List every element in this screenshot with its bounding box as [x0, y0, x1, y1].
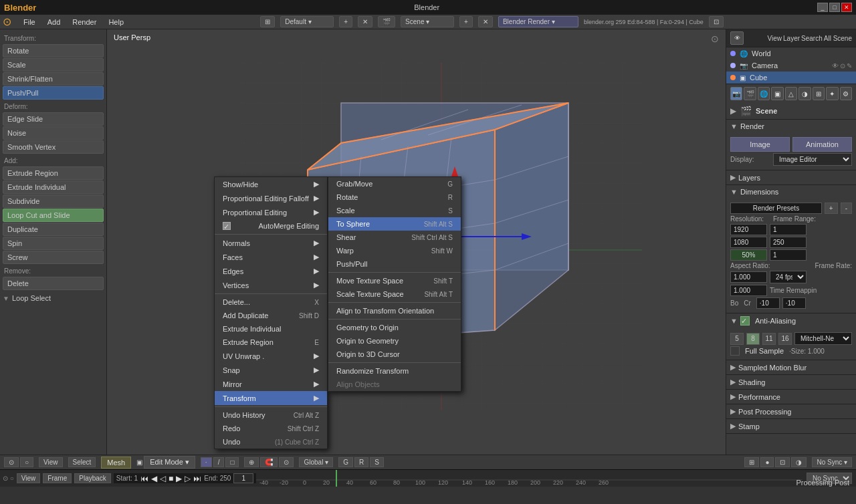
shading-header[interactable]: ▶ Shading: [726, 375, 856, 389]
edit-mode-selector[interactable]: Edit Mode ▾: [144, 456, 195, 469]
particle-prop-icon[interactable]: ✦: [826, 87, 838, 100]
vertex-select-btn[interactable]: ·: [201, 457, 212, 467]
percent-slider[interactable]: 50%: [730, 249, 767, 261]
ctx-redo[interactable]: Redo Shift Ctrl Z: [215, 422, 327, 435]
viewport-corner-icon[interactable]: ⊙: [711, 33, 719, 44]
frame-end-input[interactable]: [770, 237, 807, 248]
tool-spin[interactable]: Spin: [3, 237, 104, 250]
scale-btn[interactable]: S: [370, 457, 384, 467]
outliner-search-btn[interactable]: Search: [801, 35, 823, 42]
tsub-move-texture[interactable]: Move Texture Space Shift T: [328, 274, 461, 287]
tsub-origin-to-cursor[interactable]: Origin to 3D Cursor: [328, 348, 461, 361]
timeline-view-btn[interactable]: View: [17, 473, 41, 483]
full-sample-checkbox[interactable]: [730, 346, 740, 356]
ctx-show-hide[interactable]: Show/Hide ▶: [215, 177, 327, 191]
texture-btn[interactable]: ⊡: [775, 457, 790, 467]
tsub-to-sphere[interactable]: To Sphere Shift Alt S: [328, 217, 461, 231]
outliner-allscene-btn[interactable]: All Scene: [824, 35, 852, 42]
ctx-vertices[interactable]: Vertices ▶: [215, 278, 327, 292]
tsub-scale-texture[interactable]: Scale Texture Space Shift Alt T: [328, 287, 461, 301]
tsub-warp[interactable]: Warp Shift W: [328, 244, 461, 257]
tool-push-pull[interactable]: Push/Pull: [3, 86, 104, 100]
aa-8-btn[interactable]: 8: [746, 333, 760, 345]
sync-mode-selector[interactable]: No Sync: [807, 473, 852, 484]
tool-scale[interactable]: Scale: [3, 58, 104, 72]
outliner-view-btn[interactable]: View: [768, 35, 782, 42]
tsub-rotate[interactable]: Rotate R: [328, 191, 461, 204]
new-value-input[interactable]: [782, 297, 806, 309]
menu-help[interactable]: Help: [103, 17, 129, 27]
tsub-scale[interactable]: Scale S: [328, 204, 461, 217]
tool-smooth-vertex[interactable]: Smooth Vertex: [3, 140, 104, 154]
ctx-extrude-region[interactable]: Extrude Region E: [215, 336, 327, 349]
play-fwd-btn[interactable]: ▶: [176, 474, 182, 483]
aspect-y-input[interactable]: [730, 285, 767, 296]
outliner-layer-btn[interactable]: Layer: [783, 35, 800, 42]
wireframe-btn[interactable]: ⊞: [744, 457, 759, 467]
ctx-mirror[interactable]: Mirror ▶: [215, 377, 327, 391]
scene-selector[interactable]: Scene ▾: [401, 16, 454, 27]
tool-subdivide[interactable]: Subdivide: [3, 195, 104, 208]
tool-loop-cut-slide[interactable]: Loop Cut and Slide: [3, 209, 104, 222]
outliner-cube-item[interactable]: ▣ Cube: [726, 72, 856, 84]
mesh-menu-btn[interactable]: Mesh: [101, 457, 131, 469]
ctx-add-duplicate[interactable]: Add Duplicate Shift D: [215, 309, 327, 322]
dimensions-section-header[interactable]: ▼ Dimensions: [726, 185, 856, 199]
stamp-header[interactable]: ▶ Stamp: [726, 419, 856, 433]
ctx-extrude-individual[interactable]: Extrude Individual: [215, 322, 327, 336]
maximize-button[interactable]: □: [829, 3, 840, 12]
play-back-btn[interactable]: ◁: [160, 474, 166, 483]
tool-rotate[interactable]: Rotate: [3, 44, 104, 57]
motion-blur-header[interactable]: ▶ Sampled Motion Blur: [726, 360, 856, 374]
scene-add-btn[interactable]: +: [459, 16, 473, 27]
aa-5-btn[interactable]: 5: [730, 333, 744, 345]
ctx-normals[interactable]: Normals ▶: [215, 236, 327, 250]
old-value-input[interactable]: [756, 297, 780, 309]
ctx-undo[interactable]: Undo (1) Cube Ctrl Z: [215, 435, 327, 449]
viewport[interactable]: User Persp ⊙: [107, 29, 726, 455]
ctx-transform[interactable]: Transform ▶: [215, 391, 327, 405]
material-prop-icon[interactable]: ◑: [798, 87, 811, 100]
resolution-y-input[interactable]: [730, 237, 767, 248]
resolution-x-input[interactable]: [730, 224, 767, 235]
rendered-btn[interactable]: ◑: [791, 457, 807, 467]
tsub-origin-to-geometry[interactable]: Origin to Geometry: [328, 334, 461, 348]
pivot-btn[interactable]: ⊕: [244, 457, 259, 467]
menu-file[interactable]: File: [18, 17, 41, 27]
object-prop-icon[interactable]: ▣: [771, 87, 783, 100]
aa-section-header[interactable]: ▼ ✓ Anti-Aliasing: [726, 313, 856, 328]
tool-extrude-individual[interactable]: Extrude Individual: [3, 180, 104, 194]
jump-start-btn[interactable]: ⏮: [140, 474, 148, 483]
add-scene-btn[interactable]: +: [339, 16, 352, 27]
tsub-push-pull[interactable]: Push/Pull: [328, 257, 461, 271]
outliner-camera-item[interactable]: 📷 Camera 👁 ⊙ ✎: [726, 59, 856, 72]
tool-delete[interactable]: Delete: [3, 277, 104, 290]
global-btn[interactable]: Global ▾: [299, 457, 333, 467]
layout-selector[interactable]: Default ▾: [280, 16, 334, 27]
tsub-align-transform[interactable]: Align to Transform Orientation: [328, 304, 461, 318]
minimize-button[interactable]: _: [817, 3, 828, 12]
physics-prop-icon[interactable]: ⚙: [840, 87, 852, 100]
aa-filter-selector[interactable]: Mitchell-Ne: [794, 332, 852, 345]
post-processing-header[interactable]: ▶ Post Processing: [726, 404, 856, 418]
face-select-btn[interactable]: □: [225, 457, 239, 467]
frame-step-input[interactable]: [770, 249, 807, 261]
render-presets-selector[interactable]: Render Presets: [730, 203, 822, 214]
ctx-automerge[interactable]: ✓ AutoMerge Editing: [215, 219, 327, 233]
ctx-uv-unwrap[interactable]: UV Unwrap . ▶: [215, 349, 327, 363]
aspect-x-input[interactable]: [730, 271, 767, 283]
fps-selector[interactable]: 24 fps: [770, 271, 807, 283]
rotate-btn[interactable]: R: [354, 457, 368, 467]
render-engine-selector[interactable]: Blender Render ▾: [498, 16, 578, 27]
no-sync-selector[interactable]: No Sync ▾: [812, 457, 852, 467]
presets-add-btn[interactable]: +: [825, 203, 838, 214]
mesh-prop-icon[interactable]: △: [785, 87, 797, 100]
timeline-ruler[interactable]: -40 -20 0 20 40 60 80 100 120 140 160 18…: [256, 470, 802, 487]
view-menu-btn[interactable]: View: [39, 457, 63, 467]
tool-edge-slide[interactable]: Edge Slide: [3, 112, 104, 126]
viewport-render-mode-btn[interactable]: ⊙: [4, 457, 19, 467]
solid-btn[interactable]: ●: [760, 457, 774, 467]
menu-add[interactable]: Add: [42, 17, 66, 27]
menu-render[interactable]: Render: [67, 17, 102, 27]
render-section-header[interactable]: ▼ Render: [726, 120, 856, 133]
